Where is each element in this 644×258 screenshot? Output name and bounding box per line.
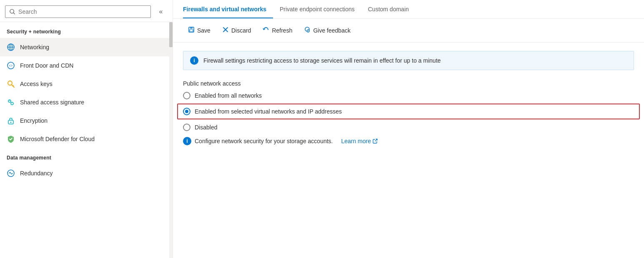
sidebar-item-defender[interactable]: Microsoft Defender for Cloud [0, 130, 173, 148]
sidebar: « Security + networking Networking [0, 0, 173, 258]
learn-more-link[interactable]: Learn more [341, 138, 378, 144]
encryption-icon [7, 116, 15, 125]
sidebar-item-networking[interactable]: Networking [0, 38, 173, 56]
radio-label-all-networks: Enabled from all networks [195, 92, 262, 99]
search-bar: « [0, 0, 173, 22]
configure-note: i Configure network security for your st… [183, 137, 634, 145]
redundancy-icon [7, 169, 15, 177]
learn-more-label: Learn more [341, 138, 371, 144]
info-icon: i [190, 56, 198, 65]
public-network-access-label: Public network access [183, 80, 634, 87]
svg-line-1 [13, 13, 15, 14]
svg-point-7 [10, 65, 12, 66]
radio-option-all-networks[interactable]: Enabled from all networks [183, 92, 634, 99]
search-icon [10, 9, 15, 15]
feedback-label: Give feedback [313, 27, 351, 34]
sidebar-item-access-keys-label: Access keys [20, 81, 53, 87]
sidebar-item-frontdoor-label: Front Door and CDN [20, 62, 73, 69]
save-icon [188, 26, 195, 35]
tab-private-endpoint[interactable]: Private endpoint connections [273, 0, 361, 18]
refresh-label: Refresh [272, 27, 292, 34]
radio-option-disabled[interactable]: Disabled [183, 124, 634, 131]
scrollbar-thumb[interactable] [169, 22, 173, 47]
radio-circle-disabled [183, 124, 190, 131]
svg-point-12 [11, 102, 13, 105]
configure-note-text: Configure network security for your stor… [195, 138, 333, 144]
tab-firewalls[interactable]: Firewalls and virtual networks [183, 0, 273, 18]
main-content: Firewalls and virtual networks Private e… [173, 0, 644, 258]
search-input[interactable] [18, 8, 146, 15]
svg-line-13 [11, 102, 11, 103]
sidebar-item-encryption-label: Encryption [20, 117, 48, 124]
svg-rect-20 [190, 30, 193, 32]
defender-icon [7, 135, 15, 143]
refresh-icon [263, 26, 269, 35]
discard-button[interactable]: Discard [217, 24, 256, 37]
external-link-icon [373, 139, 378, 144]
sidebar-item-sas[interactable]: Shared access signature [0, 93, 173, 111]
discard-icon [222, 26, 229, 35]
networking-icon [7, 43, 15, 51]
save-button[interactable]: Save [183, 24, 216, 37]
sidebar-item-redundancy[interactable]: Redundancy [0, 164, 173, 182]
refresh-button[interactable]: Refresh [258, 24, 297, 37]
tab-custom-domain[interactable]: Custom domain [361, 0, 416, 18]
sidebar-item-redundancy-label: Redundancy [20, 170, 53, 177]
radio-circle-all-networks [183, 92, 190, 99]
scrollbar-track [169, 22, 173, 258]
radio-option-selected-networks[interactable]: Enabled from selected virtual networks a… [177, 104, 640, 119]
content-area: i Firewall settings restricting access t… [173, 43, 644, 258]
sidebar-content: Security + networking Networking [0, 22, 173, 258]
svg-point-16 [10, 122, 12, 123]
sidebar-item-access-keys[interactable]: Access keys [0, 75, 173, 93]
search-input-wrap[interactable] [5, 5, 151, 18]
radio-circle-selected-networks [183, 108, 190, 115]
info-banner-text: Firewall settings restricting access to … [203, 57, 441, 64]
section-header-security: Security + networking [0, 22, 173, 38]
radio-label-selected-networks: Enabled from selected virtual networks a… [195, 108, 342, 115]
configure-info-icon: i [183, 137, 191, 145]
radio-group-public-access: Enabled from all networks Enabled from s… [183, 92, 634, 131]
save-label: Save [197, 27, 210, 34]
frontdoor-icon [7, 61, 15, 70]
sidebar-item-networking-label: Networking [20, 44, 49, 51]
radio-label-disabled: Disabled [195, 124, 217, 131]
sas-icon [7, 98, 15, 106]
sidebar-item-sas-label: Shared access signature [20, 99, 84, 106]
feedback-icon [304, 26, 311, 35]
sidebar-item-encryption[interactable]: Encryption [0, 111, 173, 130]
feedback-button[interactable]: Give feedback [299, 24, 356, 37]
sidebar-item-defender-label: Microsoft Defender for Cloud [20, 136, 95, 142]
collapse-button[interactable]: « [154, 5, 168, 18]
info-banner: i Firewall settings restricting access t… [183, 51, 634, 70]
discard-label: Discard [231, 27, 251, 34]
sidebar-item-frontdoor[interactable]: Front Door and CDN [0, 56, 173, 75]
section-header-data-management: Data management [0, 148, 173, 164]
key-icon [7, 80, 15, 88]
tabs-bar: Firewalls and virtual networks Private e… [173, 0, 644, 19]
svg-rect-19 [190, 27, 193, 29]
toolbar: Save Discard Refresh [173, 19, 644, 43]
